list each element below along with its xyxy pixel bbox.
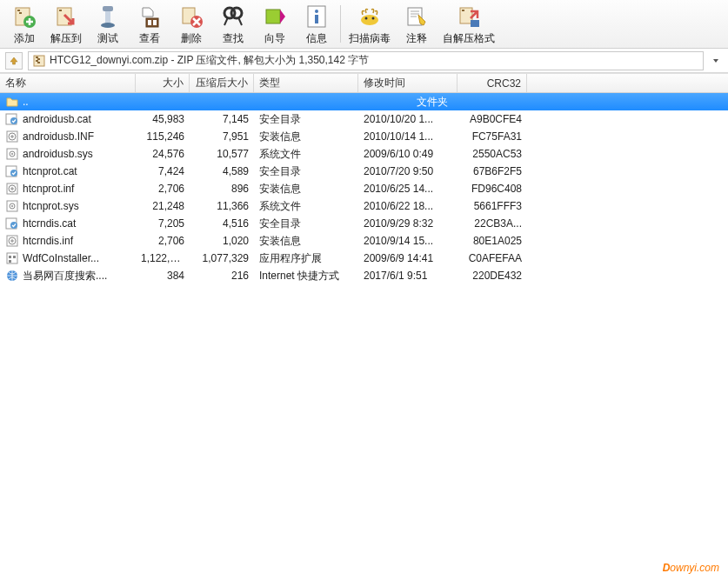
svg-point-22 bbox=[372, 17, 375, 19]
file-row[interactable]: htcnprot.inf2,706896安装信息2010/6/25 14...F… bbox=[0, 180, 728, 197]
svg-rect-7 bbox=[105, 11, 110, 23]
file-modified: 2010/9/14 15... bbox=[358, 235, 458, 247]
svg-point-18 bbox=[315, 10, 318, 13]
col-modified[interactable]: 修改时间 bbox=[358, 74, 458, 92]
folder-icon bbox=[5, 95, 19, 109]
svg-rect-10 bbox=[148, 20, 151, 25]
wizard-button[interactable]: 向导 bbox=[254, 2, 296, 46]
add-button[interactable]: 添加 bbox=[3, 2, 45, 46]
file-type: 安全目录 bbox=[254, 164, 358, 179]
view-button[interactable]: 查看 bbox=[129, 2, 170, 46]
file-type: 系统文件 bbox=[254, 147, 358, 162]
test-button[interactable]: 测试 bbox=[87, 2, 129, 46]
file-packed: 4,516 bbox=[190, 217, 254, 230]
extract-button[interactable]: 解压到 bbox=[45, 2, 87, 46]
file-type: 安装信息 bbox=[254, 182, 358, 197]
svg-rect-27 bbox=[34, 56, 44, 66]
file-row[interactable]: androidusb.cat45,9837,145安全目录2010/10/20 … bbox=[0, 110, 728, 128]
file-type: 安装信息 bbox=[254, 130, 358, 144]
file-list: 名称 大小 压缩后大小 类型 修改时间 CRC32 ..文件夹androidus… bbox=[0, 73, 728, 578]
file-row[interactable]: htcrndis.inf2,7061,020安装信息2010/9/14 15..… bbox=[0, 232, 728, 250]
svg-rect-50 bbox=[7, 253, 17, 263]
file-icon bbox=[5, 112, 19, 126]
svg-point-15 bbox=[231, 8, 242, 18]
tool-label: 扫描病毒 bbox=[349, 31, 391, 46]
file-packed: 7,145 bbox=[190, 113, 254, 125]
file-row[interactable]: htcnprot.cat7,4244,589安全目录2010/7/20 9:50… bbox=[0, 163, 728, 180]
file-name: htcnprot.cat bbox=[23, 165, 77, 177]
file-packed: 1,020 bbox=[190, 235, 254, 247]
file-row[interactable]: htcnprot.sys21,24811,366系统文件2010/6/22 18… bbox=[0, 197, 728, 215]
info-button[interactable]: 信息 bbox=[296, 2, 337, 46]
col-size[interactable]: 大小 bbox=[136, 74, 190, 92]
col-packed[interactable]: 压缩后大小 bbox=[190, 74, 254, 92]
file-icon bbox=[5, 269, 19, 283]
path-text: HTCG12_downyi.com.zip - ZIP 压缩文件, 解包大小为 … bbox=[50, 53, 369, 68]
file-name: androidusb.sys bbox=[23, 148, 93, 160]
file-name: androidusb.INF bbox=[23, 130, 94, 143]
svg-point-38 bbox=[11, 153, 13, 155]
tool-label: 解压到 bbox=[50, 31, 82, 46]
tool-label: 查看 bbox=[139, 31, 160, 46]
file-modified: 2010/6/22 18... bbox=[358, 200, 458, 212]
file-modified: 2010/7/20 9:50 bbox=[358, 165, 458, 177]
watermark: Downyi.com bbox=[663, 559, 719, 575]
file-crc: 5661FFF3 bbox=[458, 200, 527, 212]
find-icon bbox=[219, 3, 247, 30]
file-size: 2,706 bbox=[136, 183, 190, 195]
comment-icon bbox=[403, 3, 431, 30]
svg-rect-53 bbox=[9, 260, 11, 263]
col-type[interactable]: 类型 bbox=[254, 74, 358, 92]
file-row[interactable]: androidusb.INF115,2467,951安装信息2010/10/14… bbox=[0, 128, 728, 145]
svg-rect-11 bbox=[153, 20, 157, 25]
file-packed: 896 bbox=[190, 183, 254, 195]
svg-rect-31 bbox=[37, 62, 40, 63]
find-button[interactable]: 查找 bbox=[212, 2, 254, 46]
path-field[interactable]: HTCG12_downyi.com.zip - ZIP 压缩文件, 解包大小为 … bbox=[28, 51, 704, 70]
file-icon bbox=[5, 147, 19, 161]
svg-rect-28 bbox=[36, 57, 38, 58]
file-icon bbox=[5, 199, 19, 213]
up-button[interactable] bbox=[5, 52, 23, 70]
tool-label: 测试 bbox=[97, 31, 118, 46]
list-body[interactable]: ..文件夹androidusb.cat45,9837,145安全目录2010/1… bbox=[0, 93, 728, 578]
file-crc: 22CB3A... bbox=[458, 217, 527, 230]
file-modified: 2010/6/25 14... bbox=[358, 183, 458, 195]
tool-label: 向导 bbox=[264, 31, 285, 46]
file-packed: 4,589 bbox=[190, 165, 254, 177]
file-crc: FD96C408 bbox=[458, 183, 527, 195]
tool-label: 信息 bbox=[306, 31, 327, 46]
file-crc: FC75FA31 bbox=[458, 130, 527, 143]
file-row[interactable]: androidusb.sys24,57610,577系统文件2009/6/10 … bbox=[0, 145, 728, 163]
svg-rect-51 bbox=[9, 256, 11, 258]
file-name: htcnprot.sys bbox=[23, 200, 79, 212]
tool-label: 自解压格式 bbox=[443, 31, 495, 46]
file-type: 安全目录 bbox=[254, 217, 358, 231]
file-modified: 2009/6/9 14:41 bbox=[358, 252, 458, 264]
view-icon bbox=[136, 3, 164, 30]
file-type: 安装信息 bbox=[254, 234, 358, 249]
col-name[interactable]: 名称 bbox=[0, 74, 136, 92]
sfx-button[interactable]: 自解压格式 bbox=[437, 2, 500, 46]
file-row[interactable]: htcrndis.cat7,2054,516安全目录2010/9/29 8:32… bbox=[0, 215, 728, 232]
path-dropdown[interactable] bbox=[709, 57, 723, 65]
svg-point-20 bbox=[361, 15, 378, 25]
svg-rect-1 bbox=[17, 10, 20, 11]
file-modified: 2017/6/1 9:51 bbox=[358, 270, 458, 282]
scan-button[interactable]: 扫描病毒 bbox=[344, 2, 396, 46]
comment-button[interactable]: 注释 bbox=[396, 2, 437, 46]
file-icon bbox=[5, 182, 19, 196]
svg-rect-30 bbox=[36, 60, 38, 62]
col-crc[interactable]: CRC32 bbox=[458, 74, 527, 92]
delete-button[interactable]: 删除 bbox=[170, 2, 212, 46]
file-crc: C0AFEFAA bbox=[458, 252, 527, 264]
main-toolbar: 添加解压到测试查看删除查找向导信息扫描病毒注释自解压格式 bbox=[0, 0, 728, 49]
svg-rect-25 bbox=[462, 10, 464, 11]
file-type: 系统文件 bbox=[254, 199, 358, 214]
parent-folder-row[interactable]: ..文件夹 bbox=[0, 93, 728, 110]
file-row[interactable]: WdfCoInstaller...1,122,6641,077,329应用程序扩… bbox=[0, 250, 728, 267]
svg-point-21 bbox=[365, 17, 368, 19]
file-row[interactable]: 当易网百度搜索....384216Internet 快捷方式2017/6/1 9… bbox=[0, 267, 728, 284]
file-packed: 1,077,329 bbox=[190, 252, 254, 264]
tool-label: 注释 bbox=[406, 31, 427, 46]
